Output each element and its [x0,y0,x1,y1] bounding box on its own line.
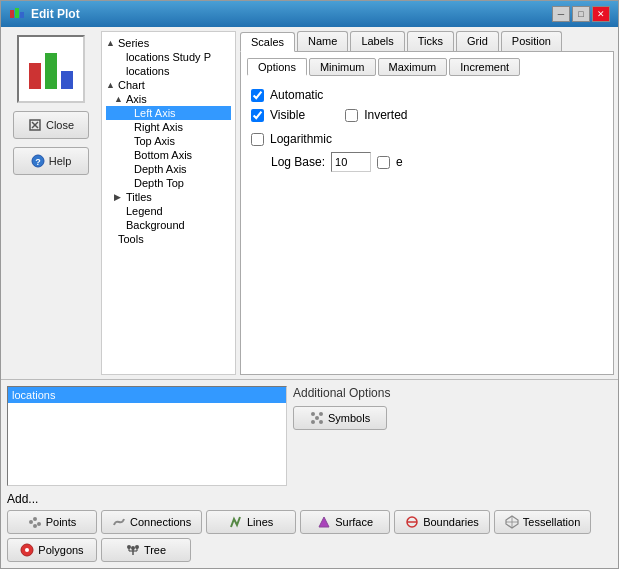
svg-rect-3 [29,63,41,89]
e-label: e [396,155,403,169]
add-lines-button[interactable]: Lines [206,510,296,534]
visible-checkbox[interactable] [251,109,264,122]
tree-label-tools: Tools [118,233,144,245]
svg-point-14 [319,420,323,424]
boundaries-icon [405,515,419,529]
right-panel: Scales Name Labels Ticks Grid Position O… [236,27,618,379]
e-checkbox[interactable] [377,156,390,169]
symbols-button[interactable]: Symbols [293,406,387,430]
close-window-button[interactable]: ✕ [592,6,610,22]
subtab-increment[interactable]: Increment [449,58,520,76]
boundaries-label: Boundaries [423,516,479,528]
edit-plot-window: Edit Plot ─ □ ✕ [0,0,619,569]
tab-name[interactable]: Name [297,31,348,51]
tessellation-icon [505,515,519,529]
tab-ticks[interactable]: Ticks [407,31,454,51]
locations-list[interactable]: locations [7,386,287,486]
inverted-checkbox[interactable] [345,109,358,122]
logbase-row: Log Base: e [271,152,603,172]
tree-item-legend[interactable]: Legend [106,204,231,218]
subtab-maximum[interactable]: Maximum [378,58,448,76]
tree-item-bottom-axis[interactable]: Bottom Axis [106,148,231,162]
symbols-icon [310,411,324,425]
automatic-checkbox[interactable] [251,89,264,102]
tree-item-tools[interactable]: Tools [106,232,231,246]
tree-label-ti: Titles [126,191,152,203]
tree-item-locations-study[interactable]: locations Study P [106,50,231,64]
svg-point-17 [33,517,37,521]
subtab-minimum[interactable]: Minimum [309,58,376,76]
tree-item-series[interactable]: ▲ Series [106,36,231,50]
tree-label-series: Series [118,37,149,49]
logarithmic-row: Logarithmic [251,132,603,146]
svg-point-32 [127,545,131,549]
automatic-label: Automatic [270,88,323,102]
tree-label-ta: Top Axis [134,135,175,147]
locations-list-item[interactable]: locations [8,387,286,403]
add-label: Add... [7,492,612,506]
bottom-main: locations Additional Options Symbols [7,386,612,486]
tab-content-scales: Options Minimum Maximum Increment Automa… [240,52,614,375]
add-surface-button[interactable]: Surface [300,510,390,534]
svg-point-12 [319,412,323,416]
tree-item-chart[interactable]: ▲ Chart [106,78,231,92]
tree-item-titles[interactable]: ▶ Titles [106,190,231,204]
logbase-input[interactable] [331,152,371,172]
add-points-button[interactable]: Points [7,510,97,534]
add-tree-button[interactable]: Tree [101,538,191,562]
title-bar-left: Edit Plot [9,6,80,22]
tree-label-bg: Background [126,219,185,231]
tree-item-left-axis[interactable]: Left Axis [106,106,231,120]
svg-text:?: ? [35,157,41,167]
tab-scales[interactable]: Scales [240,32,295,52]
points-icon [28,515,42,529]
add-connections-button[interactable]: Connections [101,510,202,534]
tree-panel: ▲ Series locations Study P locations ▲ C… [101,31,236,375]
tree-icon [126,543,140,557]
svg-point-15 [315,416,319,420]
help-label: Help [49,155,72,167]
window-icon [9,6,25,22]
tab-position[interactable]: Position [501,31,562,51]
tree-item-depth-axis[interactable]: Depth Axis [106,162,231,176]
tab-grid[interactable]: Grid [456,31,499,51]
additional-options: Additional Options Symbols [293,386,612,486]
tree-item-top-axis[interactable]: Top Axis [106,134,231,148]
svg-point-16 [29,520,33,524]
add-polygons-button[interactable]: Polygons [7,538,97,562]
tree-item-axis[interactable]: ▲ Axis [106,92,231,106]
tree-arrow-axis: ▲ [114,94,126,104]
add-boundaries-button[interactable]: Boundaries [394,510,490,534]
tree-arrow-chart: ▲ [106,80,118,90]
tree-arrow-ti: ▶ [114,192,126,202]
add-tessellation-button[interactable]: Tessellation [494,510,591,534]
subtab-row: Options Minimum Maximum Increment [247,58,607,76]
lines-label: Lines [247,516,273,528]
additional-options-label: Additional Options [293,386,390,400]
tree-item-background[interactable]: Background [106,218,231,232]
close-button[interactable]: Close [13,111,89,139]
tree-item-locations[interactable]: locations [106,64,231,78]
tree-content: ▲ Series locations Study P locations ▲ C… [102,32,235,250]
minimize-button[interactable]: ─ [552,6,570,22]
points-label: Points [46,516,77,528]
polygons-label: Polygons [38,544,83,556]
logbase-label: Log Base: [271,155,325,169]
svg-point-11 [311,412,315,416]
logarithmic-label: Logarithmic [270,132,332,146]
tab-labels[interactable]: Labels [350,31,404,51]
inverted-row: Inverted [345,108,407,122]
tree-label-axis: Axis [126,93,147,105]
logarithmic-checkbox[interactable] [251,133,264,146]
surface-icon [317,515,331,529]
close-icon [28,118,42,132]
subtab-options[interactable]: Options [247,58,307,76]
close-label: Close [46,119,74,131]
tree-label-dt: Depth Top [134,177,184,189]
maximize-button[interactable]: □ [572,6,590,22]
tree-item-depth-top[interactable]: Depth Top [106,176,231,190]
help-button[interactable]: ? Help [13,147,89,175]
tree-item-right-axis[interactable]: Right Axis [106,120,231,134]
svg-point-19 [33,524,37,528]
tree-label-chart: Chart [118,79,145,91]
